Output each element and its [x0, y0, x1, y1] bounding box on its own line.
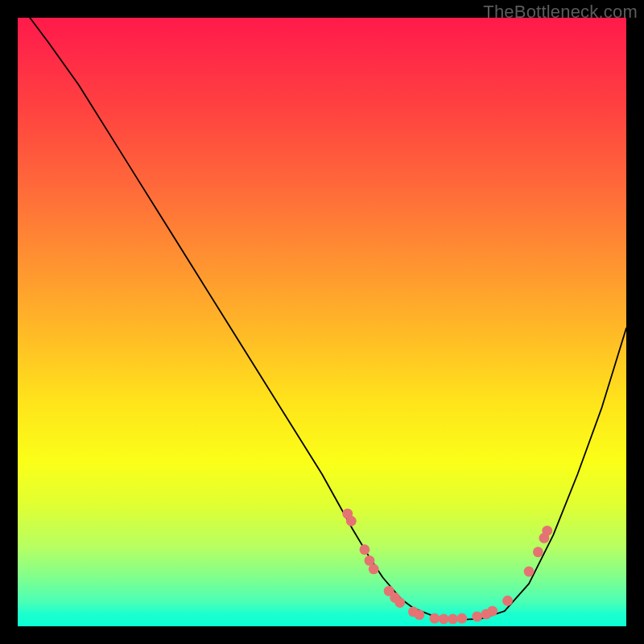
chart-container: TheBottleneck.com	[0, 0, 644, 644]
marker-dot	[394, 597, 405, 608]
marker-dot	[456, 613, 467, 624]
marker-dot	[369, 564, 379, 575]
marker-dot	[533, 547, 543, 557]
marker-dot	[439, 614, 449, 625]
marker-dot	[359, 544, 369, 555]
marker-dot	[487, 606, 497, 617]
marker-dot	[448, 614, 458, 625]
marker-dot	[502, 596, 513, 606]
marker-dot	[524, 567, 535, 577]
marker-dot	[415, 609, 425, 620]
marker-dot	[429, 613, 440, 624]
plot-area	[18, 18, 626, 626]
marker-dot	[472, 611, 482, 621]
marker-dot	[542, 526, 552, 536]
marker-group	[342, 509, 552, 625]
chart-svg	[18, 18, 626, 626]
watermark-label: TheBottleneck.com	[483, 2, 638, 23]
marker-dot	[346, 516, 357, 526]
curve-line	[30, 18, 626, 620]
